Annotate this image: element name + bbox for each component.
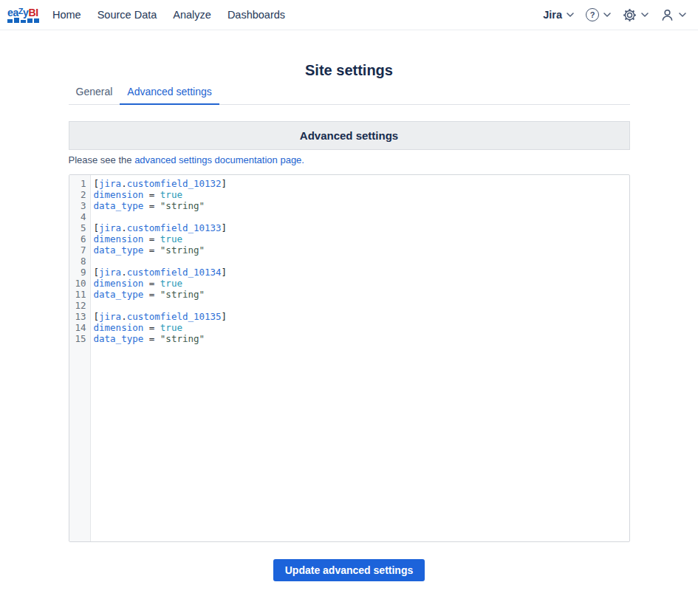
line-number: 15 [69,333,90,344]
line-number: 4 [69,211,90,222]
code-line: data_type = "string" [94,333,629,344]
code-line: dimension = true [94,322,629,333]
panel-header-label: Advanced settings [300,129,398,142]
button-row: Update advanced settings [69,559,630,581]
code-line: data_type = "string" [94,200,629,211]
help-menu[interactable]: ? [586,8,611,21]
code-line [94,256,629,267]
gear-icon [623,8,637,22]
top-nav: eaZyBI Home Source Data Analyze Dashboar… [0,0,698,30]
settings-menu[interactable] [623,8,649,22]
line-number: 10 [69,278,90,289]
line-number: 8 [69,256,90,267]
logo-part: BI [29,6,38,18]
line-number: 2 [69,189,90,200]
chevron-down-icon [679,13,686,17]
doc-note-text: Please see the [69,154,135,165]
chevron-down-icon [641,13,649,17]
editor-gutter: 123456789101112131415 [69,175,91,541]
logo-text: eaZyBI [7,7,39,18]
user-icon [660,8,674,22]
advanced-settings-editor[interactable]: 123456789101112131415 [jira.customfield_… [69,174,630,542]
update-advanced-settings-button[interactable]: Update advanced settings [273,559,425,581]
line-number: 14 [69,322,90,333]
nav-item-dashboards[interactable]: Dashboards [227,9,285,21]
help-icon: ? [586,8,599,21]
code-line: [jira.customfield_10134] [94,267,629,278]
code-line: [jira.customfield_10133] [94,222,629,233]
code-line: data_type = "string" [94,244,629,256]
tab-general[interactable]: General [69,86,120,104]
code-line: [jira.customfield_10132] [94,178,629,189]
main-nav: Home Source Data Analyze Dashboards [52,9,301,21]
line-number: 7 [69,244,90,256]
logo-bars-icon [7,18,39,23]
code-line: dimension = true [94,233,629,244]
logo-part: ea [7,6,18,18]
chevron-down-icon [603,13,611,17]
nav-item-home[interactable]: Home [52,9,81,21]
chevron-down-icon [567,13,574,17]
code-line: [jira.customfield_10135] [94,311,629,322]
nav-right: Jira ? [543,8,686,22]
logo-part: y [23,6,28,18]
nav-item-source-data[interactable]: Source Data [97,9,157,21]
line-number: 6 [69,233,90,244]
jira-menu[interactable]: Jira [543,9,574,21]
code-line [94,211,629,222]
code-line [94,300,629,311]
tab-advanced-settings[interactable]: Advanced settings [120,86,219,105]
line-number: 1 [69,178,90,189]
documentation-link[interactable]: advanced settings documentation page. [134,154,304,165]
page-title: Site settings [69,61,630,79]
line-number: 11 [69,289,90,300]
line-number: 5 [69,222,90,233]
panel-header: Advanced settings [69,121,630,150]
doc-note: Please see the advanced settings documen… [69,154,630,165]
code-line: dimension = true [94,278,629,289]
tabs: General Advanced settings [69,86,630,105]
account-menu[interactable] [660,8,686,22]
jira-menu-label: Jira [543,9,562,21]
eazybi-logo[interactable]: eaZyBI [7,7,39,24]
code-line: dimension = true [94,189,629,200]
main-content: Site settings General Advanced settings … [69,61,630,581]
code-line: data_type = "string" [94,289,629,300]
line-number: 12 [69,300,90,311]
line-number: 9 [69,267,90,278]
editor-code[interactable]: [jira.customfield_10132]dimension = true… [91,175,629,541]
nav-item-analyze[interactable]: Analyze [173,9,211,21]
line-number: 13 [69,311,90,322]
line-number: 3 [69,200,90,211]
